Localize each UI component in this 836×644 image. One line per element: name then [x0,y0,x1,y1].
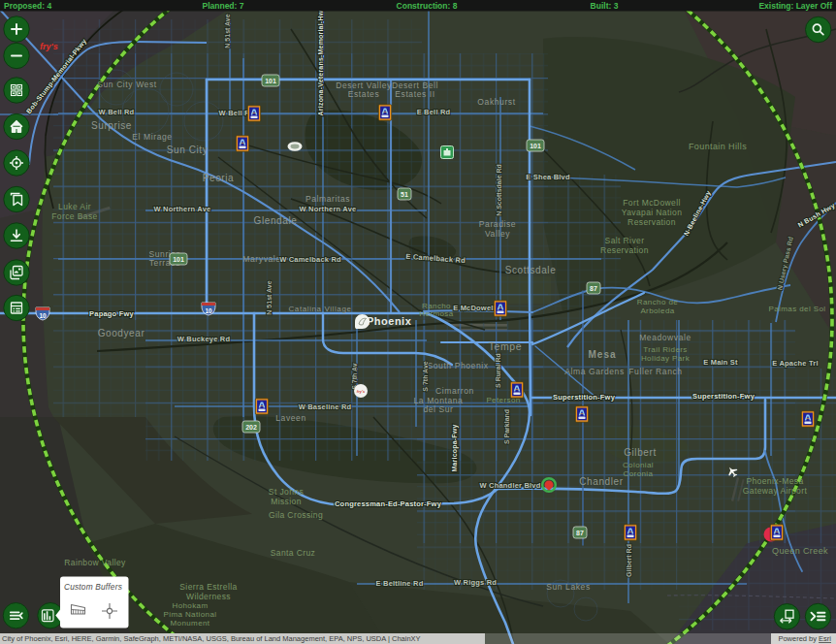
svg-text:Maryvale: Maryvale [242,254,280,264]
svg-text:Reservation: Reservation [627,217,676,227]
svg-text:Santa Cruz: Santa Cruz [271,548,316,558]
svg-text:Proposed: 4: Proposed: 4 [4,1,51,11]
svg-text:fry's: fry's [357,389,366,394]
svg-text:S Parkland: S Parkland [503,409,510,444]
svg-text:Paradise: Paradise [479,219,516,229]
svg-text:Cimarron: Cimarron [435,386,474,396]
svg-text:Gateway Airport: Gateway Airport [743,486,808,496]
svg-text:Papago Fwy: Papago Fwy [89,309,134,318]
svg-text:E Bell Rd: E Bell Rd [417,108,451,116]
svg-text:N Scottsdale Rd: N Scottsdale Rd [496,164,502,216]
svg-text:202: 202 [245,424,257,431]
svg-text:Phoenix: Phoenix [367,315,412,327]
svg-text:Mesa: Mesa [588,349,616,360]
svg-text:Hermosa: Hermosa [419,309,453,318]
svg-text:Trail Riders: Trail Riders [643,345,687,354]
svg-text:Luke Air: Luke Air [58,202,91,211]
svg-text:Pima National: Pima National [163,610,216,619]
svg-text:fry's: fry's [40,42,58,51]
svg-text:Maricopa-Fwy: Maricopa-Fwy [451,424,459,471]
svg-text:10: 10 [39,312,47,319]
svg-text:W Riggs Rd: W Riggs Rd [454,578,497,587]
svg-text:W Buckeye Rd: W Buckeye Rd [177,335,231,343]
svg-text:Fort McDowell: Fort McDowell [623,198,681,208]
svg-text:Superstition-Fwy: Superstition-Fwy [692,392,756,401]
svg-text:Oakhurst: Oakhurst [477,97,515,107]
svg-text:101: 101 [265,78,276,84]
svg-text:Valley: Valley [485,229,510,239]
svg-text:W Northern Ave: W Northern Ave [154,205,211,213]
svg-text:E Apache Trl: E Apache Trl [772,359,819,368]
svg-text:W Chandler Blvd: W Chandler Blvd [479,481,540,490]
svg-text:Wilderness: Wilderness [186,592,231,601]
svg-text:Coronia: Coronia [624,469,654,478]
svg-text:Rancho de: Rancho de [637,298,678,306]
svg-text:W Bell Rd: W Bell Rd [99,108,135,116]
svg-text:Sun City West: Sun City West [97,80,157,89]
svg-text:South Phoenix: South Phoenix [427,361,488,370]
svg-text:Powered by Esri: Powered by Esri [778,634,831,643]
svg-text:Mission: Mission [271,497,302,506]
svg-text:Palmas del Sol: Palmas del Sol [769,305,826,313]
svg-text:E Shea Blvd: E Shea Blvd [526,173,570,181]
svg-text:Built: 3: Built: 3 [591,1,619,11]
svg-text:51: 51 [401,191,408,198]
svg-text:Salt River: Salt River [605,236,645,245]
svg-text:El Mirage: El Mirage [132,132,172,142]
svg-text:Fountain Hills: Fountain Hills [689,142,747,151]
svg-text:Custom Buffers: Custom Buffers [64,582,122,592]
svg-text:Laveen: Laveen [275,413,306,423]
svg-text:Phoenix-Mesa: Phoenix-Mesa [746,476,803,486]
svg-text:Catalina Village: Catalina Village [288,305,351,313]
svg-text:Construction: 8: Construction: 8 [397,1,458,11]
svg-text:Yavapai Nation: Yavapai Nation [622,208,683,217]
svg-text:Estates II: Estates II [395,89,434,99]
svg-text:Rainbow Valley: Rainbow Valley [64,558,126,567]
svg-text:Surprise: Surprise [91,120,132,131]
svg-text:N 51st Ave: N 51st Ave [224,14,231,48]
svg-text:Glendale: Glendale [254,215,298,226]
svg-text:Sun Lakes: Sun Lakes [546,582,591,592]
svg-text:Congressman-Ed-Pastor-Fwy: Congressman-Ed-Pastor-Fwy [335,499,442,508]
svg-text:Peoria: Peoria [203,173,235,183]
svg-text:Sun City: Sun City [167,145,209,155]
svg-text:N 51st Ave: N 51st Ave [266,280,273,314]
svg-text:Hohokam: Hohokam [172,601,208,610]
svg-text:E McDowell: E McDowell [453,304,496,312]
svg-text:Tempe: Tempe [489,340,523,352]
svg-text:87: 87 [590,285,597,292]
svg-text:Force Base: Force Base [51,211,97,221]
svg-text:W Northern Ave: W Northern Ave [300,205,357,213]
svg-text:Existing: Layer Off: Existing: Layer Off [758,1,832,11]
svg-text:del Sur: del Sur [423,404,453,414]
svg-text:87: 87 [576,530,584,536]
svg-text:Chandler: Chandler [579,476,623,487]
svg-text:Queen Creek: Queen Creek [772,546,828,556]
svg-text:Gila Crossing: Gila Crossing [269,510,323,520]
svg-text:101: 101 [173,256,184,263]
svg-text:S Rural Rd: S Rural Rd [495,353,501,388]
svg-text:Colonial: Colonial [623,461,654,469]
svg-text:Estates: Estates [348,89,380,99]
svg-text:Goodyear: Goodyear [98,328,145,338]
svg-text:City of Phoenix, Esri, HERE, G: City of Phoenix, Esri, HERE, Garmin, Saf… [2,634,421,643]
svg-text:Sierra Estrella: Sierra Estrella [179,582,237,592]
svg-text:E Beltline Rd: E Beltline Rd [376,579,424,588]
svg-text:Superstition-Fwy: Superstition-Fwy [553,393,616,402]
svg-text:W Baseline Rd: W Baseline Rd [299,402,352,411]
svg-text:Gilbert Rd: Gilbert Rd [626,544,632,577]
svg-text:Monument: Monument [171,619,210,628]
svg-text:S 7th Ave: S 7th Ave [422,361,429,391]
svg-text:St Johns: St Johns [269,487,304,497]
svg-text:Reservation: Reservation [600,245,649,255]
svg-text:Scottsdale: Scottsdale [505,265,557,275]
svg-text:Planned: 7: Planned: 7 [203,1,244,11]
svg-text:Holiday Park: Holiday Park [641,354,691,363]
svg-text:Arizona-Veterans-Memorial-Hwy: Arizona-Veterans-Memorial-Hwy [317,7,325,116]
svg-text:Arboleda: Arboleda [640,306,674,315]
svg-text:Fuller Ranch: Fuller Ranch [628,367,682,376]
svg-text:W Camelback Rd: W Camelback Rd [279,255,341,264]
svg-text:E Main St: E Main St [703,358,738,367]
svg-text:Gilbert: Gilbert [624,447,657,458]
svg-text:Meadowvale: Meadowvale [639,333,691,342]
